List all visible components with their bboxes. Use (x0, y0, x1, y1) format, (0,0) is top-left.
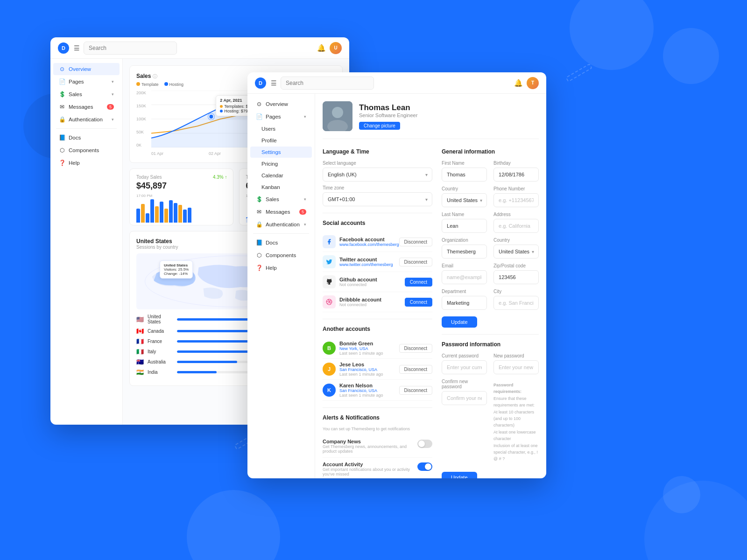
profile-role: Senior Software Engineer (359, 112, 417, 118)
password-section: Password information Current password Ne… (442, 341, 539, 478)
karen-disconnect-btn[interactable]: Disconnect (399, 386, 432, 395)
city-input[interactable] (493, 296, 539, 310)
sidebar-label-help: Help (69, 160, 80, 166)
facebook-disconnect-btn[interactable]: Disconnect (399, 238, 432, 246)
department-input[interactable] (442, 296, 487, 310)
map-tooltip-change: -14% (179, 272, 188, 276)
settings-menu-icon[interactable]: ☰ (271, 79, 277, 87)
profile-info: Thomas Lean Senior Software Engineer Cha… (359, 103, 417, 130)
settings-sidebar-overview[interactable]: ⊙ Overview (250, 98, 312, 110)
pw-req-title: Password requirements: (493, 383, 521, 394)
bonnie-avatar: B (323, 342, 336, 355)
github-name: Github account (339, 277, 405, 282)
s-kanban-label: Kanban (261, 184, 280, 190)
notification-bell-icon[interactable]: 🔔 (317, 44, 326, 52)
jese-disconnect-btn[interactable]: Disconnect (399, 365, 432, 374)
settings-user-avatar[interactable]: T (527, 77, 539, 89)
dashboard-search-input[interactable] (84, 42, 177, 55)
github-info: Github account Not connected (339, 277, 405, 287)
birthday-label: Birthday (493, 161, 539, 166)
settings-sidebar-pricing[interactable]: Pricing (250, 158, 312, 169)
twitter-disconnect-btn[interactable]: Disconnect (399, 258, 432, 266)
timezone-select[interactable]: GMT+01:00 GMT+00:00 GMT-05:00 (323, 192, 432, 206)
new-pw-input[interactable] (493, 360, 539, 374)
jese-location: San Francisco, USA (339, 367, 399, 372)
docs-icon: 📘 (59, 134, 65, 141)
settings-sidebar-auth[interactable]: 🔒 Authentication ▾ (250, 218, 312, 231)
last-name-input[interactable] (442, 219, 487, 233)
settings-sidebar-messages[interactable]: ✉ Messages 5 (250, 206, 312, 218)
email-input[interactable] (442, 270, 487, 284)
settings-bell-icon[interactable]: 🔔 (514, 79, 523, 87)
general-update-button[interactable]: Update (442, 316, 477, 328)
country-select[interactable]: United States Canada France (442, 193, 487, 207)
bonnie-location: New York, USA (339, 346, 399, 351)
sidebar-item-overview[interactable]: ⊙ Overview (53, 63, 120, 75)
bonnie-info: Bonnie Green New York, USA Last seen 1 m… (339, 341, 399, 356)
sidebar-label-pages: Pages (69, 79, 84, 84)
org-country-select[interactable]: United States Canada (493, 245, 539, 259)
phone-input[interactable] (493, 193, 539, 207)
new-pw-group: New password (493, 353, 539, 374)
karen-time: Last seen 1 minute ago (339, 393, 399, 398)
settings-sidebar-settings[interactable]: Settings (250, 147, 312, 158)
social-row-dribbble: Dribbble account Not connected Connect (323, 292, 432, 312)
sidebar-item-help[interactable]: ❓ Help (53, 157, 120, 169)
notif-company-toggle[interactable] (417, 440, 432, 448)
password-update-button[interactable]: Update (442, 472, 477, 478)
current-pw-input[interactable] (442, 360, 487, 374)
notif-company-info: Company News Get Themesberg news, announ… (323, 439, 417, 454)
user-avatar[interactable]: U (330, 42, 342, 54)
organization-group: Organization (442, 238, 487, 259)
facebook-icon (323, 235, 336, 248)
bonnie-time: Last seen 1 minute ago (339, 351, 399, 356)
notif-activity-toggle[interactable] (417, 462, 432, 471)
change-picture-button[interactable]: Change picture (359, 122, 400, 130)
current-pw-group: Current password (442, 353, 487, 374)
dribbble-connect-btn[interactable]: Connect (405, 298, 432, 307)
settings-sidebar-components[interactable]: ⬡ Components (250, 249, 312, 261)
s-messages-badge: 5 (299, 209, 306, 215)
email-label: Email (442, 263, 487, 268)
confirm-pw-input[interactable] (442, 391, 487, 405)
phone-label: Phone Number (493, 186, 539, 191)
settings-sidebar-profile[interactable]: Profile (250, 135, 312, 146)
settings-sidebar-sales[interactable]: 💲 Sales ▾ (250, 193, 312, 205)
sidebar-item-messages[interactable]: ✉ Messages 5 (53, 101, 120, 113)
pw-requirements-group: Password requirements: Ensure that these… (493, 379, 539, 465)
settings-sidebar-pages[interactable]: 📄 Pages ▾ (250, 111, 312, 123)
notif-activity-title: Account Activity (323, 462, 412, 467)
sidebar-item-auth[interactable]: 🔒 Authentication ▾ (53, 113, 120, 126)
language-select[interactable]: English (UK) English (US) French (323, 168, 432, 182)
us-name: United States (148, 314, 173, 324)
sidebar-item-docs[interactable]: 📘 Docs (53, 132, 120, 144)
svg-point-5 (209, 115, 213, 119)
zip-label: Zip/Postal code (493, 263, 539, 268)
address-label: Address (493, 212, 539, 217)
organization-input[interactable] (442, 245, 487, 259)
sidebar-item-sales[interactable]: 💲 Sales ▾ (53, 88, 120, 100)
menu-icon[interactable]: ☰ (74, 44, 80, 52)
dribbble-info: Dribbble account Not connected (339, 297, 405, 307)
first-name-input[interactable] (442, 168, 487, 182)
settings-sidebar-kanban[interactable]: Kanban (250, 182, 312, 193)
settings-search-input[interactable] (281, 77, 374, 90)
settings-sidebar-docs[interactable]: 📘 Docs (250, 237, 312, 249)
bonnie-disconnect-btn[interactable]: Disconnect (399, 344, 432, 353)
settings-sidebar-calendar[interactable]: Calendar (250, 170, 312, 181)
settings-sidebar-users[interactable]: Users (250, 123, 312, 134)
form-row-country-phone: Country United States Canada France (442, 186, 539, 207)
settings-sidebar-help[interactable]: ❓ Help (250, 262, 312, 274)
sales-chart-title: Sales (136, 73, 151, 79)
github-connect-btn[interactable]: Connect (405, 278, 432, 287)
sidebar-item-pages[interactable]: 📄 Pages ▾ (53, 76, 120, 88)
birthday-group: Birthday (493, 161, 539, 182)
first-name-group: First Name (442, 161, 487, 182)
s-sidebar-divider (253, 233, 309, 234)
zip-input[interactable] (493, 270, 539, 284)
twitter-icon (323, 255, 336, 268)
sidebar-item-components[interactable]: ⬡ Components (53, 144, 120, 156)
birthday-input[interactable] (493, 168, 539, 182)
first-name-label: First Name (442, 161, 487, 166)
address-input[interactable] (493, 219, 539, 233)
